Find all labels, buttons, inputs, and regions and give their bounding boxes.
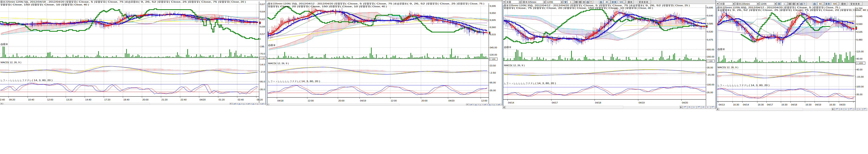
svg-text:12:00: 12:00 [391, 99, 397, 102]
svg-text:1: 1 [783, 3, 785, 5]
svg-text:, 2012/04/12 - 2012/04/20 ): , 2012/04/12 - 2012/04/20 ) [297, 2, 335, 5]
svg-text:( Close, 75 ): ( Close, 75 ) [105, 1, 126, 3]
svg-text:, 2012/04/12 - 2012/04/20 ): , 2012/04/12 - 2012/04/20 ) [533, 4, 571, 7]
svg-text:130.00: 130.00 [490, 54, 497, 56]
svg-text:04/18: 04/18 [595, 101, 601, 104]
svg-text:35.00: 35.00 [490, 89, 496, 92]
svg-text:9,480: 9,480 [856, 38, 862, 41]
svg-text:9,57: 9,57 [260, 33, 265, 35]
svg-text:04/18: 04/18 [277, 99, 283, 102]
svg-text:( Close, 150 ): ( Close, 150 ) [575, 7, 596, 9]
svg-text:( 9, 26, 52 ): ( 9, 26, 52 ) [730, 9, 750, 11]
svg-text:225mini: 225mini [741, 3, 750, 5]
svg-text:, 2012/04/18 - 2012/04/20 ): , 2012/04/18 - 2012/04/20 ) [28, 1, 66, 3]
svg-text:9,64: 9,64 [260, 10, 265, 13]
svg-text:9,640: 9,640 [707, 14, 713, 17]
svg-text:04/14: 04/14 [743, 103, 749, 106]
svg-text:T: T [804, 3, 805, 5]
svg-text:30: 30 [606, 1, 608, 3]
svg-text:13:20: 13:20 [66, 98, 72, 101]
svg-text:( Close, 10 ): ( Close, 10 ) [42, 3, 62, 6]
svg-text:16:30: 16:30 [758, 103, 764, 106]
svg-text:( Close, 40 ): ( Close, 40 ) [637, 7, 653, 9]
svg-text:( Close, 5 ): ( Close, 5 ) [581, 4, 600, 7]
svg-text:35.00: 35.00 [707, 91, 713, 94]
svg-text:× 10: × 10 [260, 57, 265, 59]
svg-text:17:20: 17:20 [104, 98, 110, 101]
svg-text:9,62: 9,62 [260, 18, 265, 21]
svg-text:9,515: 9,515 [490, 33, 496, 36]
svg-text:12:00: 12:00 [47, 98, 53, 101]
svg-text:( Close, 10 ): ( Close, 10 ) [340, 5, 360, 8]
svg-text:20:00: 20:00 [422, 99, 427, 102]
svg-text:23.50: 23.50 [490, 64, 496, 67]
svg-text:MACD( 12, 26, 9 ): MACD( 12, 26, 9 ) [718, 66, 738, 69]
svg-text:345.00: 345.00 [490, 46, 497, 49]
svg-text:( Close, 75 ): ( Close, 75 ) [374, 2, 395, 5]
svg-text:9,560: 9,560 [490, 26, 496, 28]
svg-text:MACD( 12, 26, 9 ): MACD( 12, 26, 9 ) [268, 62, 289, 65]
svg-text:-15.00: -15.00 [707, 73, 714, 76]
svg-text:04/20: 04/20 [448, 99, 455, 102]
svg-text:04/17: 04/17 [552, 101, 558, 104]
svg-text:200.00: 200.00 [707, 56, 714, 58]
svg-text:9,590: 9,590 [856, 23, 862, 25]
svg-text:02:40: 02:40 [238, 98, 244, 101]
svg-text:100.00: 100.00 [707, 84, 714, 86]
svg-text:9,650: 9,650 [490, 12, 496, 14]
svg-text:04/20: 04/20 [682, 101, 688, 104]
svg-text:195.: 195. [260, 45, 265, 48]
svg-text:9,585: 9,585 [707, 23, 713, 25]
svg-text:× 1000: × 1000 [857, 62, 863, 64]
svg-text:12:00: 12:00 [481, 99, 487, 102]
svg-text:, 2012/04/12 - 2012/04/20 ): , 2012/04/12 - 2012/04/20 ) [746, 6, 784, 9]
svg-text:D: D [845, 108, 846, 110]
svg-text:9,67: 9,67 [260, 3, 265, 5]
svg-text:( Close, 75 ): ( Close, 75 ) [468, 2, 484, 5]
svg-text:16:30: 16:30 [805, 103, 811, 106]
svg-text:( 14, 3, 80, 20 ): ( 14, 3, 80, 20 ) [535, 82, 556, 85]
svg-text:225mini 12/06( 5: 225mini 12/06( 5 [5, 1, 26, 3]
svg-text:9,605: 9,605 [490, 19, 496, 21]
svg-text:35.00: 35.00 [707, 66, 713, 69]
svg-text:2:40: 2:40 [0, 98, 5, 101]
svg-text:14:40: 14:40 [85, 98, 91, 101]
svg-text:( 14, 3, 80, 20 ): ( 14, 3, 80, 20 ) [300, 80, 320, 83]
svg-text:225mini: 225mini [528, 1, 536, 3]
svg-text:04/17: 04/17 [767, 103, 773, 106]
svg-text:04/13: 04/13 [719, 103, 724, 106]
svg-text:04/18: 04/18 [791, 103, 797, 106]
svg-text:( Close, 20 ): ( Close, 20 ) [278, 5, 298, 8]
svg-text:60: 60 [819, 3, 822, 5]
svg-text:× 100: × 100 [490, 58, 495, 60]
svg-text:9,475: 9,475 [707, 38, 713, 41]
svg-text:( Close, 20 ): ( Close, 20 ) [821, 9, 841, 11]
svg-text:9,695: 9,695 [490, 5, 496, 7]
svg-text:( Close, 40 ): ( Close, 40 ) [370, 5, 387, 8]
svg-text:04/19: 04/19 [639, 101, 645, 104]
svg-text:9,645: 9,645 [856, 15, 862, 18]
svg-text:40.00: 40.00 [856, 68, 862, 71]
svg-text:( 9, 26, 52 ): ( 9, 26, 52 ) [407, 2, 427, 5]
svg-text:16:30: 16:30 [781, 103, 787, 106]
svg-text:95.00: 95.00 [490, 82, 496, 84]
svg-text:04/20: 04/20 [839, 103, 845, 106]
svg-text:20:00: 20:00 [143, 98, 148, 101]
svg-text:MACD( 12, 26, 9 ): MACD( 12, 26, 9 ) [504, 64, 525, 67]
svg-text:22:40: 22:40 [181, 98, 187, 101]
svg-text:× 100: × 100 [707, 60, 713, 62]
svg-text:-15.00: -15.00 [856, 75, 864, 78]
svg-text:MACD( 12, 26, 9 ): MACD( 12, 26, 9 ) [1, 61, 21, 64]
svg-text:( 14, 3, 80, 20 ): ( 14, 3, 80, 20 ) [749, 84, 770, 86]
svg-text:12/06: 12/06 [547, 1, 553, 3]
svg-text:( Close, 40 ): ( Close, 40 ) [72, 3, 89, 6]
svg-text:( Close, 10 ): ( Close, 10 ) [606, 7, 626, 9]
svg-text:( Close, 150 ): ( Close, 150 ) [308, 5, 330, 8]
svg-text:( Close, 40 ): ( Close, 40 ) [851, 9, 868, 11]
svg-text:12:00: 12:00 [308, 99, 314, 102]
svg-text:09:20: 09:20 [257, 98, 263, 101]
svg-text:9,695: 9,695 [707, 6, 713, 9]
svg-text:600.00: 600.00 [707, 48, 714, 51]
svg-text:( Close, 25 ): ( Close, 25 ) [673, 4, 690, 7]
svg-text:D: D [707, 106, 708, 108]
